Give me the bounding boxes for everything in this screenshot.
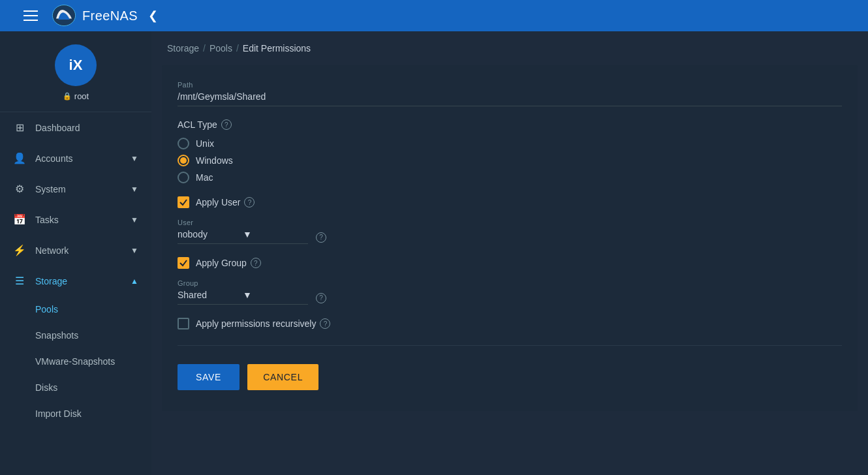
- radio-unix-label: Unix: [196, 138, 214, 149]
- sidebar-subitem-label: Pools: [35, 304, 58, 314]
- sidebar-subitem-label: Disks: [35, 382, 57, 393]
- acl-type-label-text: ACL Type: [178, 119, 217, 130]
- breadcrumb: Storage / Pools / Edit Permissions: [151, 31, 868, 65]
- group-field-row: Group Shared ▼ ?: [178, 279, 842, 305]
- apply-group-row: Apply Group ?: [178, 257, 842, 269]
- sidebar-item-system[interactable]: ⚙ System ▼: [0, 174, 151, 204]
- network-icon: ⚡: [13, 244, 26, 256]
- path-value: /mnt/Geymsla/Shared: [178, 91, 842, 106]
- apply-group-help-icon[interactable]: ?: [251, 258, 261, 268]
- avatar: iX: [55, 44, 97, 86]
- sidebar-item-tasks[interactable]: 📅 Tasks ▼: [0, 204, 151, 235]
- breadcrumb-current: Edit Permissions: [243, 43, 311, 54]
- radio-windows[interactable]: Windows: [178, 155, 842, 166]
- dashboard-icon: ⊞: [13, 121, 26, 134]
- acl-type-radio-group: Unix Windows Mac: [178, 138, 842, 183]
- sidebar-subitem-pools[interactable]: Pools: [0, 296, 151, 322]
- cancel-button[interactable]: CANCEL: [247, 364, 318, 390]
- form-divider: [178, 345, 842, 346]
- edit-permissions-form: Path /mnt/Geymsla/Shared ACL Type ? Unix: [162, 65, 858, 411]
- chevron-down-icon: ▼: [131, 154, 138, 163]
- apply-recursive-checkbox[interactable]: [178, 318, 189, 329]
- apply-group-checkbox[interactable]: [178, 257, 189, 269]
- user-field-row: User nobody ▼ ?: [178, 219, 842, 244]
- user-section: iX 🔒 root: [0, 31, 151, 112]
- sidebar-collapse-button[interactable]: ❮: [148, 8, 158, 23]
- user-value: nobody: [178, 229, 243, 239]
- radio-mac[interactable]: Mac: [178, 172, 842, 183]
- tasks-icon: 📅: [13, 213, 26, 226]
- logo: FreeNAS: [51, 4, 138, 27]
- sidebar-subitem-disks[interactable]: Disks: [0, 375, 151, 401]
- sidebar-item-label: Dashboard: [35, 123, 80, 133]
- form-buttons: SAVE CANCEL: [178, 364, 842, 390]
- radio-unix-circle: [178, 138, 189, 149]
- radio-windows-label: Windows: [196, 155, 233, 166]
- sidebar-item-dashboard[interactable]: ⊞ Dashboard: [0, 112, 151, 143]
- save-button[interactable]: SAVE: [178, 364, 240, 390]
- sidebar-subitem-vmware-snapshots[interactable]: VMware-Snapshots: [0, 348, 151, 375]
- group-dropdown-arrow-icon: ▼: [243, 290, 308, 300]
- acl-type-group: ACL Type ? Unix Windows Mac: [178, 119, 842, 183]
- breadcrumb-pools[interactable]: Pools: [209, 43, 232, 54]
- radio-mac-label: Mac: [196, 172, 213, 183]
- checkmark-icon: [179, 198, 187, 206]
- acl-type-header: ACL Type ?: [178, 119, 842, 130]
- storage-icon: ☰: [13, 275, 26, 287]
- freenas-logo-icon: [51, 4, 77, 27]
- sidebar-item-network[interactable]: ⚡ Network ▼: [0, 235, 151, 266]
- group-label: Group: [178, 279, 308, 287]
- radio-mac-circle: [178, 172, 189, 183]
- sidebar-item-accounts[interactable]: 👤 Accounts ▼: [0, 143, 151, 174]
- apply-group-label: Apply Group: [196, 258, 247, 268]
- user-dropdown-arrow-icon: ▼: [243, 229, 308, 239]
- accounts-icon: 👤: [13, 152, 26, 164]
- radio-unix[interactable]: Unix: [178, 138, 842, 149]
- apply-recursive-label: Apply permissions recursively: [196, 318, 316, 329]
- system-icon: ⚙: [13, 183, 26, 195]
- breadcrumb-sep-2: /: [236, 43, 239, 54]
- sidebar-item-label: Storage: [35, 276, 67, 286]
- chevron-down-icon: ▼: [131, 215, 138, 224]
- user-help-icon[interactable]: ?: [316, 232, 326, 243]
- apply-user-checkbox[interactable]: [178, 196, 189, 208]
- freenas-title: FreeNAS: [82, 8, 138, 23]
- main-content: Storage / Pools / Edit Permissions Path …: [151, 31, 868, 475]
- sidebar-item-label: Network: [35, 245, 69, 256]
- breadcrumb-storage[interactable]: Storage: [167, 43, 199, 54]
- group-value: Shared: [178, 290, 243, 300]
- path-field-group: Path /mnt/Geymsla/Shared: [178, 81, 842, 106]
- group-dropdown[interactable]: Shared ▼: [178, 290, 308, 305]
- radio-windows-circle: [178, 155, 189, 166]
- user-field-container: User nobody ▼: [178, 219, 308, 244]
- chevron-down-icon: ▼: [131, 185, 138, 194]
- user-label: 🔒 root: [63, 91, 89, 101]
- menu-toggle-button[interactable]: [21, 8, 40, 23]
- lock-icon: 🔒: [63, 92, 72, 100]
- apply-recursive-row: Apply permissions recursively ?: [178, 318, 842, 329]
- sidebar-subitem-label: VMware-Snapshots: [35, 356, 115, 367]
- group-field-container: Group Shared ▼: [178, 279, 308, 305]
- username: root: [74, 91, 89, 101]
- user-dropdown[interactable]: nobody ▼: [178, 229, 308, 244]
- chevron-down-icon: ▼: [131, 246, 138, 255]
- apply-recursive-help-icon[interactable]: ?: [320, 318, 330, 329]
- sidebar-item-label: System: [35, 184, 66, 194]
- group-help-icon[interactable]: ?: [316, 293, 326, 303]
- sidebar-item-label: Accounts: [35, 153, 73, 164]
- breadcrumb-sep-1: /: [203, 43, 206, 54]
- sidebar-item-storage[interactable]: ☰ Storage ▲: [0, 266, 151, 296]
- apply-user-help-icon[interactable]: ?: [244, 197, 255, 207]
- checkmark-icon: [179, 259, 187, 267]
- user-label: User: [178, 219, 308, 226]
- acl-type-help-icon[interactable]: ?: [221, 119, 232, 130]
- sidebar-subitem-import-disk[interactable]: Import Disk: [0, 401, 151, 427]
- sidebar-item-label: Tasks: [35, 215, 59, 225]
- apply-user-label: Apply User: [196, 197, 240, 207]
- apply-user-row: Apply User ?: [178, 196, 842, 208]
- sidebar-subitem-snapshots[interactable]: Snapshots: [0, 322, 151, 348]
- chevron-up-icon: ▲: [131, 277, 138, 286]
- topbar: FreeNAS ❮: [0, 0, 868, 31]
- sidebar-subitem-label: Import Disk: [35, 408, 82, 419]
- sidebar: iX 🔒 root ⊞ Dashboard 👤 Accounts ▼ ⚙ Sys…: [0, 31, 151, 475]
